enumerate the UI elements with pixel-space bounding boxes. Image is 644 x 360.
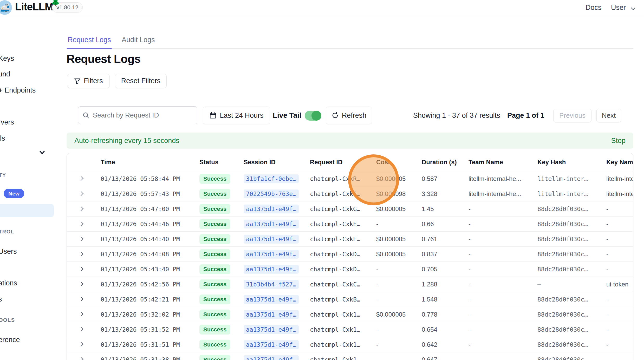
expand-row-chevron-icon[interactable] [79,357,83,360]
sidebar-item-internal-users[interactable]: Users [0,247,17,256]
cell-team-name: - [469,266,537,273]
cell-cost: $0.000005 [376,311,422,318]
table-row[interactable]: 01/13/2026 05:44:08 PM Success aa1375d1-… [67,247,633,262]
session-id-link[interactable]: aa1375d1-e49f… [244,220,299,228]
cell-cost: $0.000005 [376,235,422,243]
expand-row-chevron-icon[interactable] [79,267,83,271]
sidebar-item-logs-active[interactable] [0,204,54,217]
sidebar-section-observability: TY [0,172,6,178]
sidebar-item-guardrails[interactable]: ils [0,134,5,142]
session-id-link[interactable]: aa1375d1-e49f… [244,310,299,319]
sidebar-item-teams[interactable]: s [0,295,2,303]
reset-filters-button[interactable]: Reset Filters [115,74,167,88]
session-id-link[interactable]: aa1375d1-e49f… [244,265,299,274]
cell-request-id: chatcmpl-CxkG… [310,206,376,212]
sidebar-item-api-reference[interactable]: erence [0,336,20,344]
session-id-link[interactable]: 31bfa1cf-0ebe… [244,174,299,183]
session-id-link[interactable]: aa1375d1-e49f… [244,295,299,304]
filters-button[interactable]: Filters [67,74,110,88]
cell-cost: - [376,220,422,228]
table-row[interactable]: 01/13/2026 05:43:40 PM Success aa1375d1-… [67,262,633,277]
status-badge: Success [199,264,230,274]
sidebar-item-playground[interactable]: und [0,70,10,78]
tab-audit-logs[interactable]: Audit Logs [122,36,155,49]
cell-request-id: chatcmpl-CxkB… [310,296,376,303]
session-id-link[interactable]: aa1375d1-e49f… [244,325,299,334]
expand-row-chevron-icon[interactable] [79,252,83,256]
session-id-link[interactable]: aa1375d1-e49f… [244,250,299,259]
cell-request-id: chatcmpl-Cxk1… [310,326,376,333]
table-row[interactable]: 01/13/2026 05:31:52 PM Success aa1375d1-… [67,322,633,337]
nav-user-menu[interactable]: User [611,4,626,12]
expand-row-chevron-icon[interactable] [79,282,83,286]
sidebar-collapse-chevron-icon[interactable] [38,149,46,156]
cell-key-name: ui-token [606,281,633,288]
expand-row-chevron-icon[interactable] [79,327,83,332]
expand-row-chevron-icon[interactable] [79,297,83,302]
expand-row-chevron-icon[interactable] [79,312,83,317]
cell-key-name: - [606,251,633,258]
table-row[interactable]: 01/13/2026 05:42:21 PM Success aa1375d1-… [67,292,633,307]
cell-key-hash: 88dc28d0f030c… [537,251,606,258]
sidebar-item-keys[interactable]: Keys [0,55,14,63]
cell-key-hash: 88dc28d0f030c… [537,206,606,212]
table-row[interactable]: 01/13/2026 05:31:38 PM Success aa1375d1-… [67,352,633,360]
request-logs-table: Time Status Session ID Request ID Cost D… [67,153,633,360]
session-id-link[interactable]: aa1375d1-e49f… [244,205,299,213]
session-id-link[interactable]: aa1375d1-e49f… [244,235,299,244]
session-id-link[interactable]: aa1375d1-e49f… [244,340,299,349]
status-badge: Success [199,204,230,214]
cell-team-name: - [469,341,537,348]
table-row[interactable]: 01/13/2026 05:42:56 PM Success 31b3b4b4-… [67,277,633,292]
chevron-down-icon[interactable] [630,6,636,11]
session-id-link[interactable]: aa1375d1-e49f… [244,355,299,360]
expand-row-chevron-icon[interactable] [79,237,83,241]
expand-row-chevron-icon[interactable] [79,192,83,196]
cell-team-name: - [469,356,537,360]
reset-filters-label: Reset Filters [121,77,161,85]
cell-cost: - [376,281,422,288]
col-header-team-name: Team Name [469,159,537,166]
next-button[interactable]: Next [596,109,621,122]
page-title: Request Logs [67,53,141,66]
tab-request-logs[interactable]: Request Logs [67,36,112,49]
table-row[interactable]: 01/13/2026 05:32:02 PM Success aa1375d1-… [67,307,633,322]
cell-key-hash: 88dc28d0f030c… [537,341,606,348]
session-id-link[interactable]: 7022549b-763e… [244,189,299,198]
session-id-link[interactable]: 31b3b4b4-f527… [244,280,299,289]
cell-duration: 0.66 [422,220,469,228]
previous-button[interactable]: Previous [553,109,591,122]
expand-row-chevron-icon[interactable] [79,207,83,211]
cell-key-hash: – [537,281,606,288]
cell-time: 01/13/2026 05:32:02 PM [101,311,199,318]
expand-row-chevron-icon[interactable] [79,222,83,226]
status-badge: Success [199,249,230,259]
live-tail-toggle[interactable] [305,111,321,121]
sidebar-item-organizations[interactable]: ations [0,279,17,287]
stop-auto-refresh-button[interactable]: Stop [611,137,626,145]
cell-key-name: litellm-inte… [606,175,633,182]
expand-row-chevron-icon[interactable] [79,342,83,347]
table-row[interactable]: 01/13/2026 05:44:40 PM Success aa1375d1-… [67,232,633,247]
table-row[interactable]: 01/13/2026 05:31:51 PM Success aa1375d1-… [67,337,633,352]
expand-row-chevron-icon[interactable] [79,176,83,181]
table-row[interactable]: 01/13/2026 05:58:44 PM Success 31bfa1cf-… [67,171,633,186]
table-row[interactable]: 01/13/2026 05:57:43 PM Success 7022549b-… [67,186,633,201]
cell-key-hash: 88dc28d0f030c… [537,266,606,273]
table-row[interactable]: 01/13/2026 05:47:00 PM Success aa1375d1-… [67,201,633,217]
search-input[interactable] [93,111,193,119]
live-tail-label: Live Tail [273,111,301,120]
sidebar-item-endpoints[interactable]: + Endpoints [0,86,36,94]
sidebar-item-servers[interactable]: rvers [0,118,14,126]
table-row[interactable]: 01/13/2026 05:44:46 PM Success aa1375d1-… [67,217,633,232]
cell-duration: 0.778 [422,311,469,318]
date-range-button[interactable]: Last 24 Hours [203,107,270,124]
nav-docs-link[interactable]: Docs [586,4,602,12]
cell-duration: 0.642 [422,341,469,348]
litellm-dashboard: 🚅 LiteLLM 🌲 v1.80.12 Docs User Keys und … [0,0,644,360]
cell-cost: - [376,356,422,360]
refresh-button[interactable]: Refresh [326,107,372,124]
cell-request-id: chatcmpl-Cxk1… [310,341,376,348]
refresh-icon [331,112,339,119]
cell-key-hash: 88dc28d0f030c… [537,236,606,243]
